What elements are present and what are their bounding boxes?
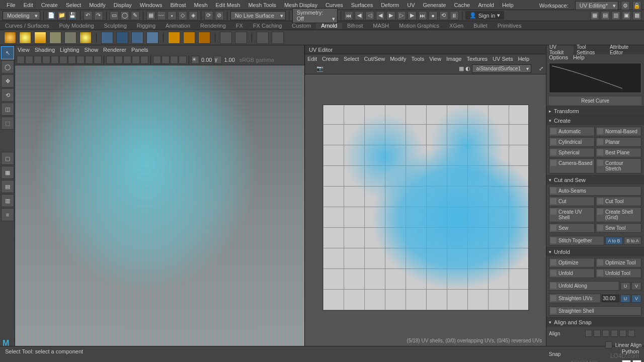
vp-grid-icon[interactable] xyxy=(59,56,67,64)
shelf-tab-arnold[interactable]: Arnold xyxy=(316,23,342,29)
play-fwd-icon[interactable]: ▶ xyxy=(386,11,395,20)
live-surface-dropdown[interactable]: No Live Surface xyxy=(230,11,286,20)
align-hcenter-icon[interactable] xyxy=(594,330,601,337)
vp-menu-show[interactable]: Show xyxy=(85,47,99,53)
shelf-standin-icon[interactable] xyxy=(101,32,113,44)
align-top-icon[interactable] xyxy=(611,330,618,337)
createshellgrid-button[interactable]: Create Shell (Grid) xyxy=(596,207,641,222)
shelf-renderview-icon[interactable] xyxy=(235,32,247,44)
rotate-tool[interactable]: ⟲ xyxy=(1,88,14,102)
layout-5-icon[interactable]: ▩ xyxy=(632,11,641,20)
shelf-tab-rendering[interactable]: Rendering xyxy=(195,23,231,29)
shelf-tab-mash[interactable]: MASH xyxy=(368,23,394,29)
menu-curves[interactable]: Curves xyxy=(321,2,347,8)
create-camerabased-button[interactable]: Camera-Based xyxy=(549,158,595,173)
menu-modify[interactable]: Modify xyxy=(85,2,109,8)
paint-select-icon[interactable]: ✎ xyxy=(131,11,140,20)
menu-bifrost[interactable]: Bifrost xyxy=(166,2,190,8)
viewport-canvas[interactable] xyxy=(15,65,304,346)
uv-menu-view[interactable]: View xyxy=(429,56,441,62)
uv-menu-create[interactable]: Create xyxy=(322,56,339,62)
shelf-portal-icon[interactable] xyxy=(64,32,76,44)
select-tool[interactable]: ↖ xyxy=(1,46,14,59)
snap-point-icon[interactable]: • xyxy=(168,11,177,20)
tab-toolsettings[interactable]: Tool Settings xyxy=(574,45,607,54)
stitch-button[interactable]: Stitch Together xyxy=(549,236,604,245)
vp-menu-panels[interactable]: Panels xyxy=(131,47,148,53)
vp-iso-icon[interactable] xyxy=(153,56,161,64)
vp-film-icon[interactable] xyxy=(68,56,76,64)
tab-uvtoolkit[interactable]: UV Toolkit xyxy=(546,45,574,54)
play-start-icon[interactable]: ⏮ xyxy=(344,11,353,20)
menu-surfaces[interactable]: Surfaces xyxy=(347,2,377,8)
snap-curve-icon[interactable]: 〰 xyxy=(157,11,166,20)
menu-generate[interactable]: Generate xyxy=(419,2,450,8)
align-bottom-icon[interactable] xyxy=(628,330,635,337)
lasso-icon[interactable]: ◯ xyxy=(120,11,129,20)
falloff-curve[interactable] xyxy=(549,63,641,93)
uv-menu-cutsew[interactable]: Cut/Sew xyxy=(364,56,385,62)
play-back-icon[interactable]: ◀ xyxy=(376,11,385,20)
vp-menu-shading[interactable]: Shading xyxy=(35,47,55,53)
shelf-render-icon[interactable] xyxy=(220,32,232,44)
u-max-input[interactable] xyxy=(632,360,641,362)
shelf-tab-polymodeling[interactable]: Poly Modeling xyxy=(54,23,99,29)
section-unfold[interactable]: Unfold xyxy=(546,247,644,256)
select-mode-icon[interactable]: ▭ xyxy=(110,11,119,20)
undo-icon[interactable]: ↶ xyxy=(84,11,93,20)
snap-live-icon[interactable]: ◈ xyxy=(189,11,198,20)
straighten-value-input[interactable] xyxy=(602,295,619,302)
vp-image-icon[interactable] xyxy=(42,56,50,64)
straighten-v-toggle[interactable]: V xyxy=(631,295,641,303)
uv-menu-modify[interactable]: Modify xyxy=(390,56,406,62)
shelf-physicalsky-icon[interactable] xyxy=(79,32,92,44)
vp-aa-icon[interactable] xyxy=(170,56,178,64)
record-icon[interactable]: ● xyxy=(429,11,438,20)
signin-button[interactable]: 👤 Sign in ▾ xyxy=(465,11,505,20)
straighten-u-toggle[interactable]: U xyxy=(620,295,630,303)
menu-windows[interactable]: Windows xyxy=(136,2,167,8)
menu-file[interactable]: File xyxy=(3,2,20,8)
menu-deform[interactable]: Deform xyxy=(377,2,403,8)
workspace-option-icon[interactable]: ⚙ xyxy=(621,1,630,10)
history-off-icon[interactable]: ⊘ xyxy=(215,11,224,20)
vp-xray-icon[interactable] xyxy=(162,56,170,64)
new-scene-icon[interactable]: 📄 xyxy=(47,11,56,20)
vp-exposure-icon[interactable]: ☀ xyxy=(191,56,199,64)
snap-plane-icon[interactable]: ◇ xyxy=(178,11,187,20)
create-normalbased-button[interactable]: Normal-Based xyxy=(596,127,641,136)
shelf-tab-bullet[interactable]: Bullet xyxy=(468,23,493,29)
save-scene-icon[interactable]: 💾 xyxy=(68,11,77,20)
uv-tb-snapshot-icon[interactable]: 📷 xyxy=(316,65,324,72)
unfold-v-toggle[interactable]: V xyxy=(631,282,641,290)
create-spherical-button[interactable]: Spherical xyxy=(549,148,595,157)
shelf-tab-custom[interactable]: Custom xyxy=(287,23,316,29)
vp-select-icon[interactable] xyxy=(17,56,25,64)
uv-menu-textures[interactable]: Textures xyxy=(466,56,488,62)
vp-shadow-icon[interactable] xyxy=(140,56,148,64)
play-end-icon[interactable]: ⏭ xyxy=(418,11,427,20)
cuttool-button[interactable]: Cut Tool xyxy=(596,197,641,206)
shelf-tab-primitives[interactable]: Primitives xyxy=(493,23,527,29)
tab-attributeeditor[interactable]: Attribute Editor xyxy=(607,45,644,54)
createshell-button[interactable]: Create UV Shell xyxy=(549,207,595,222)
layout-2-icon[interactable]: ▤ xyxy=(601,11,610,20)
section-create[interactable]: Create xyxy=(546,116,644,125)
shelf-shader3-icon[interactable] xyxy=(198,32,210,44)
optimizetool-button[interactable]: Optimize Tool xyxy=(596,258,641,267)
uv-menu-select[interactable]: Select xyxy=(344,56,359,62)
menu-edit[interactable]: Edit xyxy=(20,2,37,8)
vp-smooth-icon[interactable] xyxy=(115,56,123,64)
shelf-lightportal-icon[interactable] xyxy=(131,32,143,44)
layout-graph-icon[interactable]: ▥ xyxy=(1,194,14,207)
vp-menu-view[interactable]: View xyxy=(18,47,30,53)
straighten-button[interactable]: Straighten UVs xyxy=(549,294,601,303)
straightenshell-button[interactable]: Straighten Shell xyxy=(549,306,641,316)
sew-button[interactable]: Sew xyxy=(549,223,595,233)
create-cylindrical-button[interactable]: Cylindrical xyxy=(549,137,595,147)
panel-menu-help[interactable]: Help xyxy=(573,54,585,60)
menu-uv[interactable]: UV xyxy=(403,2,419,8)
menu-editmesh[interactable]: Edit Mesh xyxy=(212,2,245,8)
menu-cache[interactable]: Cache xyxy=(450,2,474,8)
shelf-tab-xgen[interactable]: XGen xyxy=(444,23,468,29)
